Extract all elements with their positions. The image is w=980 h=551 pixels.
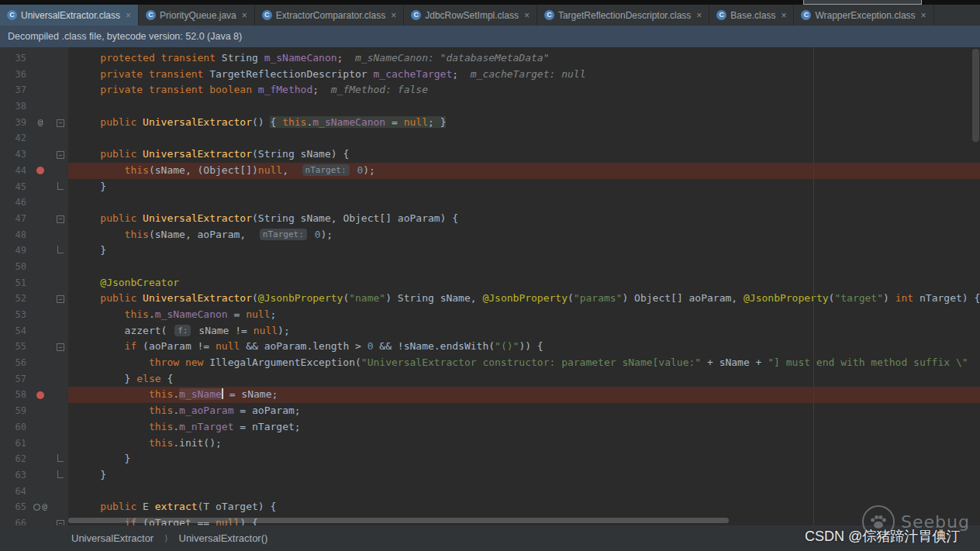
class-icon: C [262, 10, 272, 20]
fold-marker[interactable] [53, 179, 68, 195]
editor-tab[interactable]: CJdbcRowSetImpl.class× [404, 5, 537, 26]
gutter-cell[interactable]: 64 [0, 484, 68, 500]
fold-marker[interactable] [53, 291, 68, 307]
gutter-cell[interactable]: 37 [0, 82, 68, 98]
editor-tab[interactable]: CUniversalExtractor.class× [0, 5, 139, 26]
code-text[interactable] [68, 130, 980, 146]
code-text[interactable]: protected transient String m_sNameCanon;… [68, 50, 980, 67]
editor-tab[interactable]: CPriorityQueue.java× [139, 5, 255, 26]
gutter-cell[interactable]: 55 [0, 339, 68, 355]
close-icon[interactable]: × [696, 10, 702, 21]
gutter-cell[interactable]: 50 [0, 259, 68, 275]
fold-marker[interactable] [53, 146, 68, 163]
close-icon[interactable]: × [524, 10, 530, 21]
code-text[interactable] [68, 259, 980, 275]
gutter-cell[interactable]: 43 [0, 146, 68, 163]
code-text[interactable]: this.m_aoParam = aoParam; [68, 403, 980, 419]
code-text[interactable]: if (aoParam != null && aoParam.length > … [68, 339, 980, 355]
close-icon[interactable]: × [126, 10, 131, 21]
code-line: 63 } [0, 467, 980, 484]
code-text[interactable]: } else { [68, 371, 980, 387]
code-text[interactable]: } [68, 467, 980, 484]
code-text[interactable]: this.m_sName = sName; [68, 387, 980, 403]
code-text[interactable]: private transient TargetReflectionDescri… [68, 67, 980, 83]
vertical-scrollbar[interactable] [972, 49, 979, 142]
fold-marker[interactable] [53, 211, 68, 227]
gutter-cell[interactable]: 49 [0, 243, 68, 259]
code-token: m_cacheTarget: null [458, 68, 585, 80]
code-text[interactable]: this(sName, aoParam, nTarget: 0); [68, 227, 980, 243]
code-text[interactable]: public UniversalExtractor() { this.m_sNa… [68, 115, 980, 131]
close-icon[interactable]: × [921, 10, 927, 21]
gutter-cell[interactable]: 46 [0, 195, 68, 211]
gutter-cell[interactable]: 45 [0, 179, 68, 195]
gutter-cell[interactable]: 66 [0, 515, 68, 525]
gutter-cell[interactable]: 44 [0, 163, 68, 179]
gutter-cell[interactable]: 56 [0, 355, 68, 371]
line-number: 66 [0, 515, 28, 525]
editor-tab[interactable]: CBase.class× [709, 5, 794, 26]
fold-marker[interactable] [53, 243, 68, 259]
code-text[interactable]: azzert( f: sName != null); [68, 323, 980, 339]
gutter-cell[interactable]: 58 [0, 387, 68, 403]
gutter-cell[interactable]: 54 [0, 323, 68, 339]
gutter-cell[interactable]: 42 [0, 130, 68, 146]
gutter-cell[interactable]: 59 [0, 403, 68, 419]
editor-tab[interactable]: CTargetReflectionDescriptor.class× [537, 5, 709, 26]
gutter-cell[interactable]: 61 [0, 436, 68, 452]
code-text[interactable]: this.init(); [68, 436, 980, 452]
line-number: 56 [0, 355, 28, 371]
gutter-cell[interactable]: 48 [0, 227, 68, 243]
breakpoint-icon[interactable] [36, 391, 44, 399]
fold-marker[interactable] [53, 115, 68, 131]
close-icon[interactable]: × [391, 10, 396, 21]
fold-marker[interactable] [53, 339, 68, 355]
code-token: null [216, 340, 240, 352]
gutter-cell[interactable]: 47 [0, 211, 68, 227]
editor-tab[interactable]: CExtractorComparator.class× [255, 5, 404, 26]
code-text[interactable]: this(sName, (Object[])null, nTarget: 0); [68, 163, 980, 179]
gutter-cell[interactable]: 35 [0, 50, 68, 67]
code-text[interactable]: this.m_sNameCanon = null; [68, 307, 980, 323]
breakpoint-icon[interactable] [36, 167, 44, 174]
horizontal-scrollbar[interactable] [68, 518, 729, 523]
code-text[interactable]: } [68, 243, 980, 259]
breadcrumb-item[interactable]: UniversalExtractor() [179, 532, 268, 544]
gutter-cell[interactable]: 39@ [0, 115, 68, 131]
code-token: (T oTarget) { [198, 501, 277, 512]
code-token: UniversalExtractor [143, 116, 252, 128]
gutter-cell[interactable]: 57 [0, 371, 68, 387]
gutter-cell[interactable]: 53 [0, 307, 68, 323]
code-text[interactable] [68, 195, 980, 211]
code-text[interactable] [68, 98, 980, 115]
gutter-cell[interactable]: 38 [0, 98, 68, 115]
code-token: m_sNameCanon [155, 308, 228, 320]
fold-marker[interactable] [53, 451, 68, 467]
code-editor[interactable]: 35 protected transient String m_sNameCan… [0, 47, 980, 525]
fold-marker[interactable] [53, 515, 68, 525]
code-text[interactable]: } [68, 179, 980, 195]
gutter-cell[interactable]: 51 [0, 275, 68, 291]
gutter-cell[interactable]: 62 [0, 451, 68, 467]
gutter-cell[interactable]: 52 [0, 291, 68, 307]
code-text[interactable]: public UniversalExtractor(String sName) … [68, 146, 980, 163]
gutter-cell[interactable]: 36 [0, 67, 68, 83]
code-text[interactable]: public UniversalExtractor(String sName, … [68, 211, 980, 227]
fold-marker[interactable] [53, 467, 68, 484]
code-text[interactable]: } [68, 451, 980, 467]
code-text[interactable]: public E extract(T oTarget) { [68, 499, 980, 515]
code-text[interactable]: this.m_nTarget = nTarget; [68, 419, 980, 436]
code-text[interactable]: public UniversalExtractor(@JsonbProperty… [68, 291, 980, 307]
code-line: 62 } [0, 451, 980, 467]
code-text[interactable] [68, 484, 980, 500]
close-icon[interactable]: × [781, 10, 786, 21]
editor-tab[interactable]: CWrapperException.class× [794, 5, 933, 26]
breadcrumb-item[interactable]: UniversalExtractor [71, 532, 154, 544]
code-text[interactable]: throw new IllegalArgumentException("Univ… [68, 355, 980, 371]
gutter-cell[interactable]: 65@ [0, 499, 68, 515]
code-text[interactable]: private transient boolean m_fMethod; m_f… [68, 82, 980, 98]
close-icon[interactable]: × [242, 10, 247, 21]
gutter-cell[interactable]: 63 [0, 467, 68, 484]
code-text[interactable]: @JsonbCreator [68, 275, 980, 291]
gutter-cell[interactable]: 60 [0, 419, 68, 436]
